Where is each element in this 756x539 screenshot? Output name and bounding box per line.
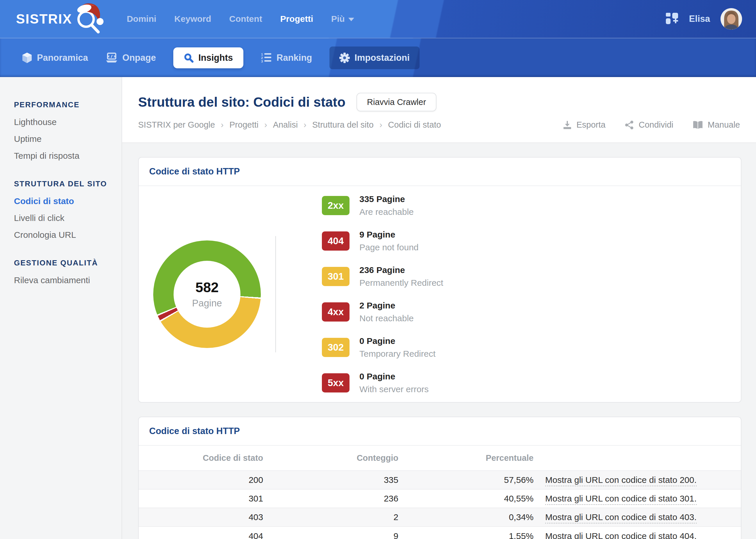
breadcrumb-item[interactable]: Progetti xyxy=(229,120,259,130)
status-badge: 301 xyxy=(322,267,349,286)
legend-count: 9 Pagine xyxy=(359,230,419,240)
logo-text: SISTRIX xyxy=(16,11,72,27)
breadcrumb-item[interactable]: SISTRIX per Google xyxy=(138,120,215,130)
status-legend: 2xx 335 PagineAre reachable 404 9 Pagine… xyxy=(276,194,443,394)
count: 9 xyxy=(266,526,402,539)
user-avatar[interactable] xyxy=(720,8,742,30)
tab-panoramica[interactable]: Panoramica xyxy=(22,52,88,63)
breadcrumb-item[interactable]: Codici di stato xyxy=(388,120,441,130)
percentage: 40,55% xyxy=(402,489,537,508)
main-content: Struttura del sito: Codici di stato Riav… xyxy=(122,77,756,539)
cube-icon xyxy=(22,52,32,63)
project-navbar: Panoramica Onpage Insights 1 2 3 xyxy=(0,38,756,77)
nav-piu-dropdown[interactable]: Più xyxy=(331,14,354,24)
tab-insights[interactable]: Insights xyxy=(173,47,243,68)
nav-progetti[interactable]: Progetti xyxy=(280,14,313,24)
card-title: Codice di stato HTTP xyxy=(149,166,240,177)
sistrix-logo[interactable]: SISTRIX xyxy=(16,4,104,34)
section-title: PERFORMANCE xyxy=(14,100,113,109)
sidebar-item-lighthouse[interactable]: Lighthouse xyxy=(14,117,113,126)
sidebar-item-uptime[interactable]: Uptime xyxy=(14,134,113,143)
sidebar-item-codici-di-stato[interactable]: Codici di stato xyxy=(14,196,113,205)
legend-count: 0 Pagine xyxy=(359,336,435,346)
status-code: 200 xyxy=(139,471,266,489)
percentage: 57,56% xyxy=(402,471,537,489)
tab-impostazioni[interactable]: Impostazioni xyxy=(330,46,419,69)
card-header: Codice di stato HTTP xyxy=(139,158,741,186)
legend-desc: Not reachable xyxy=(359,313,414,323)
svg-text:1: 1 xyxy=(261,53,263,56)
legend-row-2xx: 2xx 335 PagineAre reachable xyxy=(322,194,443,217)
legend-count: 236 Pagine xyxy=(359,265,443,275)
show-urls-link[interactable]: Mostra gli URL con codice di stato 404. xyxy=(545,531,697,539)
sidebar-item-cronologia-url[interactable]: Cronologia URL xyxy=(14,230,113,239)
sidebar-item-tempi-di-risposta[interactable]: Tempi di risposta xyxy=(14,151,113,160)
gear-icon xyxy=(339,53,350,63)
laptop-icon xyxy=(106,53,118,63)
legend-row-302: 302 0 PagineTemporary Redirect xyxy=(322,336,443,359)
nav-domini[interactable]: Domini xyxy=(127,14,156,24)
nav-content[interactable]: Content xyxy=(229,14,262,24)
breadcrumb-item[interactable]: Struttura del sito xyxy=(312,120,374,130)
breadcrumb-item[interactable]: Analisi xyxy=(273,120,298,130)
section-title: STRUTTURA DEL SITO xyxy=(14,179,113,189)
col-conteggio: Conteggio xyxy=(266,446,402,471)
card-title: Codice di stato HTTP xyxy=(149,426,240,436)
numbered-list-icon: 1 2 3 xyxy=(261,53,272,63)
total-pages-value: 582 xyxy=(195,279,219,295)
svg-text:2: 2 xyxy=(261,56,263,60)
sidebar-item-livelli-di-click[interactable]: Livelli di click xyxy=(14,213,113,222)
table-row: 301 236 40,55% Mostra gli URL con codice… xyxy=(139,489,741,508)
share-button[interactable]: Condividi xyxy=(625,120,673,130)
legend-row-5xx: 5xx 0 PagineWith server errors xyxy=(322,371,443,394)
http-status-donut[interactable]: 582 Pagine xyxy=(153,240,261,348)
table-row: 200 335 57,56% Mostra gli URL con codice… xyxy=(139,471,741,489)
user-name[interactable]: Elisa xyxy=(689,14,710,24)
sidebar-section-struttura: STRUTTURA DEL SITO Codici di stato Livel… xyxy=(14,179,113,239)
page-header: Struttura del sito: Codici di stato Riav… xyxy=(122,77,756,143)
legend-count: 335 Pagine xyxy=(359,194,414,204)
page-title: Struttura del sito: Codici di stato xyxy=(138,94,345,110)
breadcrumb-separator: › xyxy=(379,120,382,130)
status-table-card: Codice di stato HTTP Codice di stato Con… xyxy=(138,417,741,539)
status-table: Codice di stato Conteggio Percentuale 20… xyxy=(139,446,741,539)
breadcrumb-separator: › xyxy=(264,120,267,130)
legend-count: 2 Pagine xyxy=(359,301,414,311)
sidebar-section-performance: PERFORMANCE Lighthouse Uptime Tempi di r… xyxy=(14,100,113,160)
show-urls-link[interactable]: Mostra gli URL con codice di stato 200. xyxy=(545,475,697,486)
card-header: Codice di stato HTTP xyxy=(139,417,741,446)
legend-desc: Temporary Redirect xyxy=(359,349,435,359)
legend-desc: With server errors xyxy=(359,384,428,394)
main-menu: Domini Keyword Content Progetti Più xyxy=(127,14,354,24)
legend-row-301: 301 236 PaginePermanently Redirect xyxy=(322,265,443,288)
breadcrumb-separator: › xyxy=(304,120,306,130)
restart-crawler-button[interactable]: Riavvia Crawler xyxy=(356,93,436,111)
magnifier-santa-hat-icon xyxy=(74,1,104,34)
manual-button[interactable]: Manuale xyxy=(693,120,740,130)
donut-center-label: 582 Pagine xyxy=(153,240,261,348)
show-urls-link[interactable]: Mostra gli URL con codice di stato 403. xyxy=(545,512,697,524)
export-button[interactable]: Esporta xyxy=(563,120,606,130)
count: 2 xyxy=(266,508,402,526)
legend-desc: Are reachable xyxy=(359,207,414,217)
download-icon xyxy=(563,120,572,130)
sidebar-item-rileva-cambiamenti[interactable]: Rileva cambiamenti xyxy=(14,275,113,285)
section-title: GESTIONE QUALITÀ xyxy=(14,259,113,268)
chevron-down-icon xyxy=(348,18,354,21)
tab-onpage[interactable]: Onpage xyxy=(106,53,156,63)
breadcrumb-separator: › xyxy=(221,120,224,130)
top-navbar: SISTRIX Domini Keyword Content Progetti … xyxy=(0,0,756,38)
show-urls-link[interactable]: Mostra gli URL con codice di stato 301. xyxy=(545,494,697,505)
table-header-row: Codice di stato Conteggio Percentuale xyxy=(139,446,741,471)
tab-ranking[interactable]: 1 2 3 Ranking xyxy=(261,53,312,63)
nav-keyword[interactable]: Keyword xyxy=(175,14,211,24)
search-icon xyxy=(184,53,194,63)
apps-grid-icon[interactable] xyxy=(665,12,679,26)
legend-row-404: 404 9 PaginePage not found xyxy=(322,230,443,252)
status-code: 404 xyxy=(139,526,266,539)
status-code: 301 xyxy=(139,489,266,508)
status-badge: 404 xyxy=(322,231,349,251)
sidebar: PERFORMANCE Lighthouse Uptime Tempi di r… xyxy=(0,77,122,539)
status-code: 403 xyxy=(139,508,266,526)
legend-count: 0 Pagine xyxy=(359,371,428,381)
